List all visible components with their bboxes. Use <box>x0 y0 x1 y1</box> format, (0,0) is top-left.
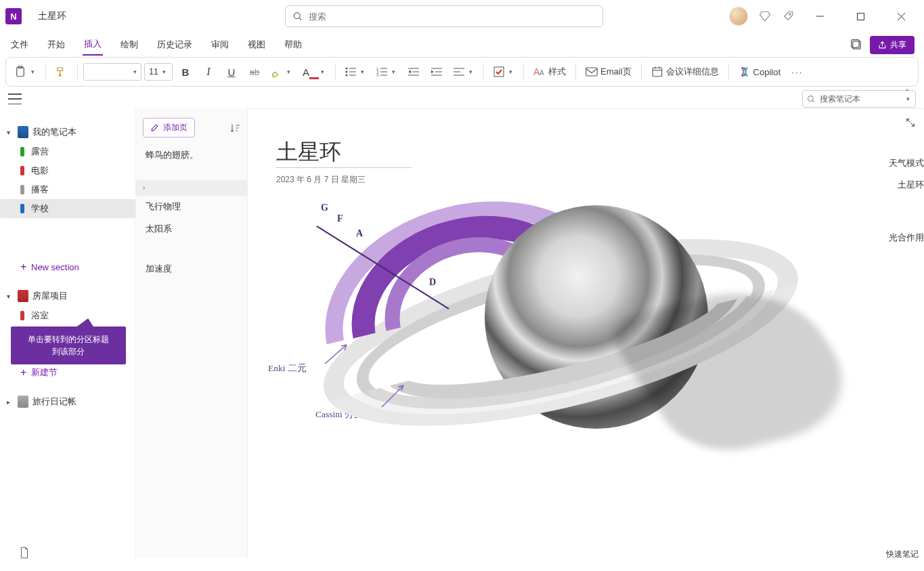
underline-button[interactable]: U <box>221 61 242 83</box>
page-accel[interactable]: 加速度 <box>136 258 247 280</box>
menu-insert[interactable]: 插入 <box>83 34 103 56</box>
window-minimize[interactable] <box>805 5 835 27</box>
page-canvas[interactable]: 土星环 2023 年 6 月 7 日 星期三 <box>247 108 924 557</box>
menu-history[interactable]: 历史记录 <box>156 35 194 55</box>
page-expand-toggle[interactable]: › <box>136 180 247 196</box>
svg-rect-36 <box>586 68 598 76</box>
quick-notes-button[interactable]: 快速笔记 <box>886 549 919 560</box>
ribbon-expand-icon[interactable]: ⌄ <box>904 85 914 94</box>
search-icon <box>807 95 816 104</box>
pages-panel: 添加页 蜂鸟的翅膀。 › 飞行物理 太阳系 加速度 <box>135 108 247 557</box>
sub-bar: 搜索笔记本 ▾ <box>0 87 924 108</box>
notebook-travel[interactable]: ▸旅行日记帐 <box>0 392 135 412</box>
todo-tag-button[interactable]: ▾ <box>489 61 518 83</box>
window-close[interactable] <box>886 5 916 27</box>
svg-rect-11 <box>273 75 278 77</box>
svg-point-12 <box>346 68 348 70</box>
menu-help[interactable]: 帮助 <box>283 35 303 55</box>
bold-button[interactable]: B <box>175 61 196 83</box>
outdent-button[interactable] <box>403 61 424 83</box>
menu-review[interactable]: 审阅 <box>210 35 230 55</box>
new-section-button-2[interactable]: +新建节 <box>0 363 135 382</box>
font-size-select[interactable]: 11 ▾ <box>144 63 173 81</box>
notebook-icon <box>18 396 28 408</box>
avatar[interactable] <box>729 7 748 26</box>
chevron-down-icon: ▾ <box>904 96 911 102</box>
menu-bar: 文件 开始 插入 绘制 历史记录 审阅 视图 帮助 共享 <box>0 33 924 57</box>
notebook-my[interactable]: ▾我的笔记本 <box>0 122 135 142</box>
sort-button[interactable] <box>229 123 240 133</box>
menu-draw[interactable]: 绘制 <box>119 35 139 55</box>
share-label: 共享 <box>890 39 906 51</box>
add-page-button[interactable]: 添加页 <box>143 118 195 138</box>
align-button[interactable]: ▾ <box>449 61 478 83</box>
paste-button[interactable]: ▾ <box>10 61 40 83</box>
copilot-button[interactable]: Copilot <box>734 61 785 83</box>
page-flight[interactable]: 飞行物理 <box>136 196 247 218</box>
format-painter-button[interactable] <box>51 61 72 83</box>
svg-line-1 <box>299 18 301 20</box>
title-underline <box>276 167 412 168</box>
open-in-app-icon[interactable] <box>850 38 863 51</box>
add-page-label: 添加页 <box>163 122 188 133</box>
page-solar[interactable]: 太阳系 <box>136 218 247 240</box>
section-school[interactable]: 学校 <box>0 199 135 218</box>
email-page-button[interactable]: Email页 <box>581 61 636 83</box>
search-input[interactable] <box>309 12 596 22</box>
notebook-label: 我的笔记本 <box>32 126 76 138</box>
highlight-button[interactable]: ▾ <box>267 61 296 83</box>
svg-point-0 <box>294 12 300 18</box>
fullscreen-button[interactable] <box>905 117 916 128</box>
numbering-button[interactable]: 123▾ <box>372 61 401 83</box>
bullets-button[interactable]: ▾ <box>341 61 370 83</box>
styles-button[interactable]: AA样式 <box>529 61 570 83</box>
document-title: 土星环 <box>38 10 66 22</box>
notebook-house[interactable]: ▾房屋项目 <box>0 286 135 306</box>
svg-rect-33 <box>494 67 504 77</box>
side-label-saturn[interactable]: 土星环 <box>895 178 924 192</box>
new-section-label: 新建节 <box>31 366 58 379</box>
saturn-illustration: G F A B C D Enki 二元 Cassini 分支机构 <box>275 197 830 509</box>
email-label: Email页 <box>600 66 632 78</box>
more-button[interactable]: ··· <box>787 61 808 83</box>
styles-icon: AA <box>533 66 546 77</box>
copilot-icon <box>739 66 751 78</box>
email-icon <box>586 67 598 77</box>
italic-button[interactable]: I <box>198 61 219 83</box>
window-maximize[interactable] <box>845 5 875 27</box>
menu-home[interactable]: 开始 <box>46 35 66 55</box>
page-icon[interactable] <box>19 547 30 559</box>
new-section-button[interactable]: +New section <box>0 257 135 276</box>
premium-icon[interactable] <box>759 10 771 22</box>
search-icon <box>292 12 303 22</box>
font-color-button[interactable]: A▾ <box>299 61 330 83</box>
page-hummingbird[interactable]: 蜂鸟的翅膀。 <box>136 144 247 167</box>
section-bathroom[interactable]: 浴室 <box>0 306 135 325</box>
share-button[interactable]: 共享 <box>870 36 915 54</box>
coming-soon-icon[interactable] <box>782 10 794 22</box>
side-label-weather[interactable]: 天气模式 <box>886 156 924 171</box>
svg-point-14 <box>346 71 348 73</box>
share-icon <box>878 41 887 49</box>
section-camping[interactable]: 露营 <box>0 142 135 161</box>
strikethrough-button[interactable]: ab <box>244 61 265 83</box>
arrow-icon <box>324 342 351 365</box>
section-label: 露营 <box>31 146 49 158</box>
nav-toggle-button[interactable] <box>8 93 22 104</box>
global-search[interactable] <box>285 5 603 27</box>
menu-file[interactable]: 文件 <box>9 35 30 55</box>
meeting-details-button[interactable]: 会议详细信息 <box>647 61 723 83</box>
menu-view[interactable]: 视图 <box>246 35 267 55</box>
section-movies[interactable]: 电影 <box>0 161 135 180</box>
indent-button[interactable] <box>426 61 447 83</box>
font-size-value: 11 <box>149 67 158 77</box>
notebook-search[interactable]: 搜索笔记本 ▾ <box>802 90 916 108</box>
side-label-photo[interactable]: 光合作用 <box>886 231 924 245</box>
section-label: 播客 <box>31 184 49 196</box>
section-label: 学校 <box>31 203 49 215</box>
arrow-icon <box>380 383 408 410</box>
section-podcasts[interactable]: 播客 <box>0 180 135 199</box>
page-title[interactable]: 土星环 <box>276 138 341 167</box>
font-family-select[interactable]: ▾ <box>83 63 141 81</box>
meeting-label: 会议详细信息 <box>666 66 719 78</box>
